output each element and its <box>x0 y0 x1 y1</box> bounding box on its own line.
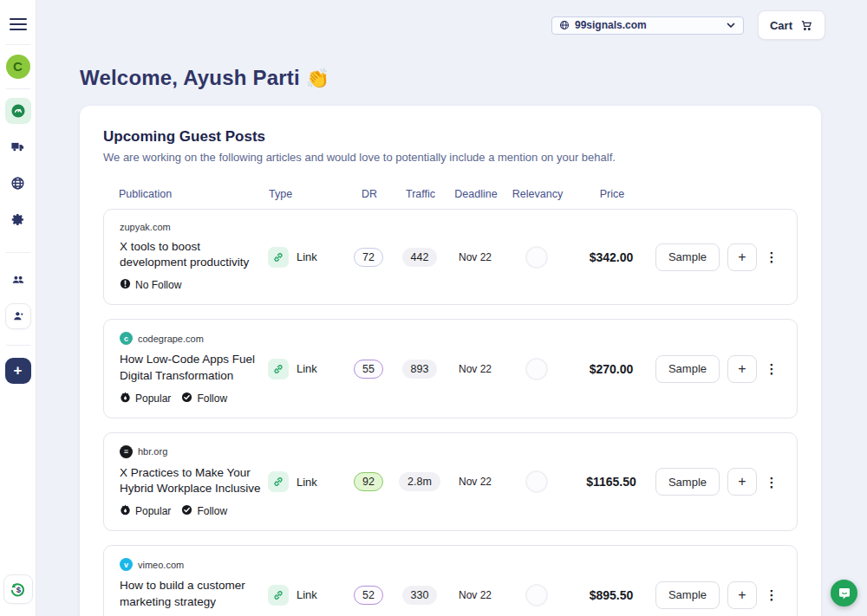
dr-badge: 55 <box>354 360 383 379</box>
relevancy-indicator <box>525 246 548 269</box>
price-cell: $895.50 <box>570 588 653 602</box>
add-to-cart-button[interactable]: + <box>727 468 757 496</box>
card-subtitle: We are working on the following articles… <box>103 151 798 164</box>
badge-label: Follow <box>197 392 227 405</box>
sample-button[interactable]: Sample <box>655 581 720 609</box>
sample-button[interactable]: Sample <box>655 468 720 496</box>
column-header-dr: DR <box>345 188 394 200</box>
article-title: How Low-Code Apps Fuel Digital Transform… <box>120 352 268 383</box>
column-header-publication: Publication <box>119 188 269 200</box>
check-circle-icon <box>181 392 192 405</box>
kebab-menu-icon[interactable]: ⋮ <box>766 476 779 489</box>
type-label: Link <box>297 476 317 489</box>
badge-list: PopularFollow <box>120 504 268 518</box>
badge-label: Popular <box>135 505 171 517</box>
card-title: Upcoming Guest Posts <box>103 128 798 146</box>
sample-cell: Sample <box>653 355 722 383</box>
article-title: X tools to boost development productivit… <box>120 239 268 270</box>
hamburger-menu-icon[interactable] <box>10 15 27 34</box>
site-selector[interactable]: 99signals.com <box>551 16 744 35</box>
add-new-button[interactable]: + <box>5 358 31 384</box>
divider <box>6 345 30 346</box>
divider <box>6 44 30 45</box>
sidebar-item-sites[interactable] <box>5 171 31 197</box>
traffic-badge: 2.8m <box>399 472 440 491</box>
upcoming-guest-posts-card: Upcoming Guest Posts We are working on t… <box>80 106 821 616</box>
cart-button[interactable]: Cart <box>758 10 825 40</box>
dr-cell: 92 <box>344 472 393 491</box>
add-to-cart-button[interactable]: + <box>727 243 757 271</box>
sidebar-item-account[interactable] <box>5 303 31 329</box>
flame-icon <box>120 504 131 518</box>
type-cell: Link <box>268 359 344 379</box>
site-selector-value: 99signals.com <box>575 19 720 31</box>
globe-icon <box>559 20 570 30</box>
relevancy-cell <box>504 246 570 269</box>
guest-post-row: zupyak.comX tools to boost development p… <box>103 209 798 305</box>
truck-icon <box>10 139 25 154</box>
dr-cell: 55 <box>344 360 393 379</box>
check-circle-icon <box>181 504 192 518</box>
badge-label: No Follow <box>135 279 181 291</box>
publication-cell: vvimeo.comHow to build a customer market… <box>120 558 268 616</box>
kebab-menu-icon[interactable]: ⋮ <box>766 588 779 601</box>
price-cell: $1165.50 <box>570 475 653 489</box>
main-content: Welcome, Ayush Parti 👏 Upcoming Guest Po… <box>36 50 867 616</box>
dr-cell: 72 <box>344 248 393 267</box>
badge-follow: Follow <box>181 392 227 405</box>
sidebar-item-refunds[interactable]: $ <box>3 574 33 604</box>
link-icon <box>268 359 289 379</box>
sidebar-item-dashboard[interactable] <box>5 98 31 124</box>
publication-domain: vvimeo.com <box>120 558 268 571</box>
users-icon <box>10 272 26 288</box>
sample-cell: Sample <box>653 243 722 271</box>
sample-cell: Sample <box>653 468 722 496</box>
clap-emoji: 👏 <box>306 68 330 89</box>
kebab-menu-icon[interactable]: ⋮ <box>766 362 779 375</box>
add-to-cart-button[interactable]: + <box>727 355 757 383</box>
deadline-cell: Nov 22 <box>447 476 504 488</box>
currency-refresh-icon: $ <box>9 580 28 599</box>
relevancy-cell <box>504 470 570 493</box>
chat-launcher-button[interactable] <box>831 580 857 606</box>
link-icon <box>268 585 289 606</box>
sidebar: C + $ <box>0 0 36 616</box>
avatar[interactable]: C <box>6 55 30 79</box>
chevron-down-icon <box>726 20 736 30</box>
sidebar-item-orders[interactable] <box>5 134 31 160</box>
badge-no-follow: No Follow <box>120 278 181 292</box>
publication-domain: zupyak.com <box>120 222 268 232</box>
guest-post-row: ≡hbr.orgX Practices to Make Your Hybrid … <box>103 432 798 531</box>
flame-icon <box>120 392 131 405</box>
gear-icon <box>10 212 25 227</box>
add-to-cart-button[interactable]: + <box>727 581 757 609</box>
divider <box>6 88 30 89</box>
badge-popular: Popular <box>120 504 171 518</box>
publication-domain: ≡hbr.org <box>120 445 268 458</box>
deadline-cell: Nov 22 <box>447 363 504 375</box>
add-cell: + <box>722 581 762 609</box>
dr-badge: 72 <box>354 248 383 267</box>
badge-follow: Follow <box>181 504 227 518</box>
dr-badge: 92 <box>354 472 383 491</box>
table-body: zupyak.comX tools to boost development p… <box>103 209 798 616</box>
traffic-badge: 442 <box>402 248 438 267</box>
sidebar-item-settings[interactable] <box>5 207 31 233</box>
publication-domain-text: hbr.org <box>138 446 167 457</box>
plus-icon: + <box>14 362 23 379</box>
publication-cell: ccodegrape.comHow Low-Code Apps Fuel Dig… <box>120 332 268 405</box>
link-icon <box>268 471 289 492</box>
link-icon <box>268 247 289 268</box>
sidebar-item-team[interactable] <box>5 267 31 293</box>
menu-cell: ⋮ <box>762 588 781 601</box>
publication-domain-text: codegrape.com <box>138 334 204 344</box>
sample-button[interactable]: Sample <box>655 243 720 271</box>
sample-cell: Sample <box>653 581 722 609</box>
kebab-menu-icon[interactable]: ⋮ <box>766 250 779 263</box>
sample-button[interactable]: Sample <box>655 355 720 383</box>
type-label: Link <box>297 250 317 263</box>
exclamation-circle-icon <box>120 278 131 292</box>
cart-icon <box>800 19 813 32</box>
relevancy-cell <box>504 584 570 606</box>
dr-cell: 52 <box>344 586 393 605</box>
